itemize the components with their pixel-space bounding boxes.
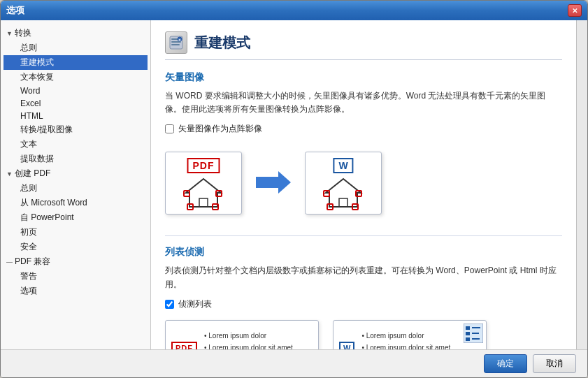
arrow-icon-3: — — [6, 259, 13, 266]
svg-text:⚙: ⚙ — [178, 38, 181, 42]
pdf-list-label: PDF — [171, 342, 197, 349]
list-illustration: PDF Lorem ipsum dolor Lorem ipsum dolor … — [165, 320, 562, 349]
sidebar-item-from-ppt[interactable]: 自 PowerPoint — [3, 210, 148, 225]
page-title: 重建模式 — [194, 34, 250, 52]
svg-rect-3 — [171, 44, 180, 45]
right-panel: ⚙ 重建模式 矢量图像 当 WORD 要求编辑和调整大小的时候，矢里图像具有诸多… — [151, 20, 576, 349]
vector-checkbox-row: 矢量图像作为点阵影像 — [165, 123, 562, 135]
sidebar-item-convert[interactable]: 转换/提取图像 — [3, 122, 148, 137]
pdf-list-card: PDF Lorem ipsum dolor Lorem ipsum dolor … — [165, 320, 319, 349]
sidebar-item-textcopy[interactable]: 文本恢复 — [3, 70, 148, 85]
sidebar-item-from-word[interactable]: 从 Microsoft Word — [3, 196, 148, 210]
list-detection-checkbox[interactable] — [165, 300, 174, 309]
right-content: ⚙ 重建模式 矢量图像 当 WORD 要求编辑和调整大小的时候，矢里图像具有诸多… — [151, 20, 576, 349]
word-doc-card: W — [305, 152, 382, 215]
sidebar-group-create-pdf[interactable]: ▼ 创建 PDF — [3, 166, 148, 181]
left-panel: ▼ 转换 总则 重建模式 文本恢复 Word Excel HTML 转换/提 — [1, 20, 151, 349]
cancel-button[interactable]: 取消 — [533, 354, 576, 373]
bottom-bar: 确定 取消 — [1, 349, 587, 377]
sidebar-item-warning[interactable]: 警告 — [3, 269, 148, 284]
svg-marker-12 — [256, 171, 291, 194]
sidebar-group-conversion[interactable]: ▼ 转换 — [3, 26, 148, 41]
content-area: ▼ 转换 总则 重建模式 文本恢复 Word Excel HTML 转换/提 — [1, 20, 587, 349]
sidebar-item-options[interactable]: 选项 — [3, 284, 148, 298]
svg-rect-24 — [466, 337, 470, 341]
sidebar-item-word[interactable]: Word — [3, 85, 148, 97]
vector-illustration: PDF — [165, 145, 562, 221]
word-list-items: Lorem ipsum dolor Lorem ipsum dolor sit … — [361, 330, 450, 349]
word-label: W — [333, 158, 353, 173]
sidebar-item-excel[interactable]: Excel — [3, 97, 148, 110]
svg-rect-25 — [472, 338, 480, 340]
page-icon: ⚙ — [165, 31, 187, 54]
sidebar-item-text[interactable]: 文本 — [3, 137, 148, 152]
vector-image-checkbox[interactable] — [165, 124, 174, 133]
window-title: 选项 — [6, 4, 24, 17]
svg-rect-18 — [339, 198, 347, 207]
title-controls: ✕ — [568, 4, 582, 17]
svg-rect-21 — [472, 327, 480, 328]
page-header: ⚙ 重建模式 — [165, 31, 562, 60]
pdf-house-icon — [182, 175, 224, 212]
section-divider — [165, 235, 562, 236]
list-detection-title: 列表侦测 — [165, 246, 562, 259]
vector-image-checkbox-label[interactable]: 矢量图像作为点阵影像 — [178, 123, 262, 135]
pdf-list-items: Lorem ipsum dolor Lorem ipsum dolor sit … — [204, 330, 293, 349]
list-detection-desc: 列表侦测乃针对整个文档内层级数字或插塞标记的列表重建。可在转换为 Word、Po… — [165, 264, 562, 291]
word-house-icon — [322, 175, 364, 212]
word-list-icon — [464, 324, 483, 345]
sidebar-item-general2[interactable]: 总则 — [3, 181, 148, 196]
list-checkbox-row: 侦测列表 — [165, 298, 562, 310]
vector-image-desc: 当 WORD 要求编辑和调整大小的时候，矢里图像具有诸多优势。Word 无法处理… — [165, 89, 562, 116]
sidebar-item-html[interactable]: HTML — [3, 110, 148, 122]
sidebar-item-general[interactable]: 总则 — [3, 41, 148, 55]
ok-button[interactable]: 确定 — [484, 354, 527, 373]
svg-rect-22 — [466, 332, 470, 335]
vector-image-section: 矢量图像 当 WORD 要求编辑和调整大小的时候，矢里图像具有诸多优势。Word… — [165, 71, 562, 221]
list-detection-section: 列表侦测 列表侦测乃针对整个文档内层级数字或插塞标记的列表重建。可在转换为 Wo… — [165, 246, 562, 349]
convert-arrow — [256, 168, 291, 198]
sidebar-item-extract[interactable]: 提取数据 — [3, 152, 148, 166]
sidebar-item-rebuild[interactable]: 重建模式 — [3, 55, 148, 70]
arrow-icon-2: ▼ — [6, 170, 13, 177]
svg-rect-23 — [472, 333, 479, 334]
main-window: 选项 ✕ ▼ 转换 总则 重建模式 文本恢复 Word — [0, 0, 588, 378]
svg-rect-11 — [199, 198, 208, 207]
close-button[interactable]: ✕ — [568, 4, 582, 17]
word-list-label: W — [339, 342, 354, 349]
arrow-icon: ▼ — [6, 30, 13, 37]
sidebar-item-initial[interactable]: 初页 — [3, 225, 148, 240]
title-bar: 选项 ✕ — [1, 1, 587, 20]
vector-image-title: 矢量图像 — [165, 71, 562, 84]
scrollbar[interactable] — [576, 20, 587, 349]
svg-rect-20 — [466, 326, 470, 330]
word-list-card: W Lorem ipsum dolor Lorem ipsum dolor si… — [333, 320, 487, 349]
sidebar-item-security[interactable]: 安全 — [3, 240, 148, 254]
list-detection-checkbox-label[interactable]: 侦测列表 — [178, 298, 212, 310]
sidebar-group-pdf-compat[interactable]: — PDF 兼容 — [3, 254, 148, 269]
pdf-label: PDF — [187, 158, 220, 173]
pdf-doc-card: PDF — [165, 152, 242, 215]
